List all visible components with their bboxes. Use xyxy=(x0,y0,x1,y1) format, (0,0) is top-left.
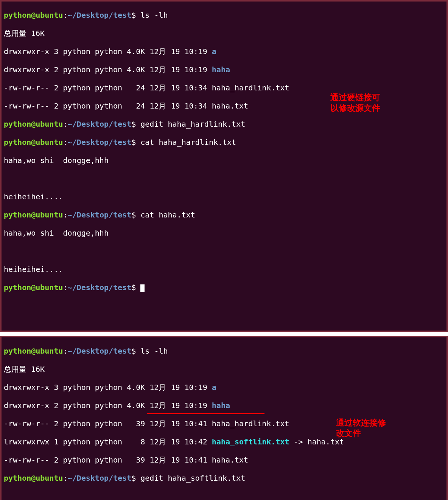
output-line: 总用量 16K xyxy=(4,365,444,374)
file-entry: -rw-rw-r-- 2 python python 39 12月 19 10:… xyxy=(4,455,444,464)
output-line: heiheihei.... xyxy=(4,192,444,201)
command: gedit haha_hardlink.txt xyxy=(140,120,245,129)
dir-entry: a xyxy=(212,47,216,56)
output-line: haha,wo shi dongge,hhh xyxy=(4,228,444,238)
file-entry: -rw-rw-r-- 2 python python 24 12月 19 10:… xyxy=(4,83,444,92)
annotation-softlink: 通过软连接修 改文件 xyxy=(336,418,386,439)
dir-entry: haha xyxy=(212,401,230,410)
command: ls -lh xyxy=(140,11,168,20)
dir-entry: a xyxy=(212,383,216,392)
terminal-1: python@ubuntu:~/Desktop/test$ ls -lh 总用量… xyxy=(0,0,448,332)
prompt-path: ~/Desktop/test xyxy=(68,11,132,20)
command: cat haha.txt xyxy=(140,210,195,219)
underline-annotation xyxy=(147,413,264,414)
command: cat haha_hardlink.txt xyxy=(140,138,236,147)
command: ls -lh xyxy=(140,346,168,356)
prompt-user: python@ubuntu xyxy=(4,11,63,20)
terminal-2: python@ubuntu:~/Desktop/test$ ls -lh 总用量… xyxy=(0,336,448,500)
softlink-entry: haha_softlink.txt xyxy=(212,437,289,446)
cursor-icon xyxy=(140,284,145,292)
output-line: haha,wo shi dongge,hhh xyxy=(4,156,444,165)
annotation-hardlink: 通过硬链接可 以修改源文件 xyxy=(330,92,380,113)
command: gedit haha_softlink.txt xyxy=(140,474,245,483)
output-line: 总用量 16K xyxy=(4,29,444,38)
output-line: heiheihei.... xyxy=(4,265,444,274)
dir-entry: haha xyxy=(212,65,230,74)
